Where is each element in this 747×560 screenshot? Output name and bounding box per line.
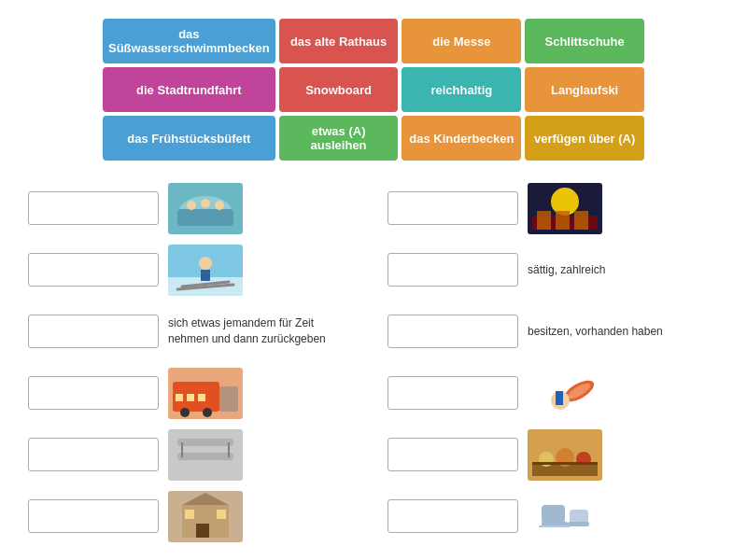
exercise-row [28, 241, 359, 299]
exercise-row: sättig, zahlreich [388, 241, 719, 299]
answer-box-row-r1[interactable] [388, 191, 518, 225]
svg-rect-15 [176, 394, 183, 401]
answer-box-row-l3[interactable] [28, 315, 159, 348]
tile-12[interactable]: verfügen über (A) [525, 116, 644, 161]
svg-rect-30 [185, 510, 194, 519]
svg-rect-20 [219, 386, 238, 412]
tile-11[interactable]: das Kinderbecken [402, 116, 521, 161]
svg-rect-11 [201, 270, 210, 281]
exercise-area: sich etwas jemandem für Zeit nehmen und … [28, 179, 719, 545]
clue-image-skiing [168, 245, 243, 296]
tile-1[interactable]: das Süßwasserschwimmbecken [103, 19, 275, 63]
tile-3[interactable]: die Messe [402, 19, 521, 63]
clue-image-ski-equipment [168, 429, 243, 481]
svg-rect-14 [173, 382, 219, 393]
exercise-row [388, 179, 719, 237]
left-column: sich etwas jemandem für Zeit nehmen und … [28, 179, 359, 545]
svg-point-4 [201, 199, 210, 208]
right-column: sättig, zahlreichbesitzen, vorhanden hab… [388, 179, 719, 545]
svg-rect-29 [196, 524, 209, 538]
svg-rect-17 [198, 394, 205, 401]
tile-5[interactable]: die Stadtrundfahrt [103, 67, 275, 112]
tile-7[interactable]: reichhaltig [402, 67, 521, 112]
page: das Süßwasserschwimmbeckendas alte Ratha… [0, 0, 747, 560]
exercise-row [28, 179, 359, 237]
exercise-row: sich etwas jemandem für Zeit nehmen und … [28, 302, 359, 360]
svg-rect-50 [542, 505, 565, 524]
svg-rect-36 [556, 211, 570, 230]
answer-box-row-r5[interactable] [388, 438, 518, 471]
tile-10[interactable]: etwas (A) ausleihen [279, 116, 399, 161]
answer-box-row-r2[interactable] [388, 253, 518, 287]
answer-box-row-r6[interactable] [388, 499, 518, 533]
svg-point-19 [203, 408, 212, 417]
svg-rect-22 [177, 439, 233, 446]
tile-6[interactable]: Snowboard [279, 67, 399, 112]
clue-image-market [528, 183, 602, 234]
tile-4[interactable]: Schlittschuhe [525, 19, 644, 63]
answer-box-row-l6[interactable] [28, 499, 159, 533]
clue-text-row-r3: besitzen, vorhanden haben [528, 324, 663, 340]
clue-image-breakfast-buffet [528, 429, 602, 481]
exercise-row [388, 364, 719, 422]
exercise-row: besitzen, vorhanden haben [388, 302, 719, 360]
svg-rect-31 [217, 510, 226, 519]
answer-box-row-l4[interactable] [28, 376, 159, 410]
clue-text-row-r2: sättig, zahlreich [528, 262, 605, 278]
svg-rect-48 [532, 462, 598, 465]
exercise-row [28, 364, 359, 422]
svg-point-10 [199, 257, 212, 270]
svg-rect-53 [570, 510, 588, 524]
exercise-row [28, 487, 359, 545]
svg-point-18 [180, 408, 190, 417]
svg-rect-42 [556, 391, 563, 405]
answer-box-row-l5[interactable] [28, 438, 159, 471]
answer-box-row-l1[interactable] [28, 191, 159, 225]
exercise-row [388, 426, 719, 483]
clue-image-hot-tub [168, 183, 243, 234]
clue-image-ice-skates [528, 491, 602, 542]
svg-point-5 [215, 201, 224, 210]
clue-image-snowboard [528, 368, 602, 419]
tile-2[interactable]: das alte Rathaus [279, 19, 399, 63]
tile-8[interactable]: Langlaufski [525, 67, 644, 112]
answer-box-row-r3[interactable] [388, 315, 518, 348]
clue-image-city-tour [168, 368, 243, 419]
svg-rect-2 [177, 209, 233, 226]
exercise-row [388, 487, 719, 545]
svg-rect-54 [568, 522, 589, 526]
answer-box-row-r4[interactable] [388, 376, 518, 410]
svg-rect-37 [574, 211, 588, 230]
answer-box-row-l2[interactable] [28, 253, 159, 287]
svg-rect-35 [537, 211, 551, 230]
clue-text-row-l3: sich etwas jemandem für Zeit nehmen und … [168, 315, 355, 347]
svg-rect-16 [187, 394, 194, 401]
svg-rect-23 [177, 453, 233, 460]
clue-image-old-building [168, 491, 243, 542]
word-bank: das Süßwasserschwimmbeckendas alte Ratha… [103, 19, 644, 161]
tile-9[interactable]: das Frühstücksbüfett [103, 116, 275, 161]
svg-point-3 [187, 201, 196, 210]
exercise-row [28, 426, 359, 483]
